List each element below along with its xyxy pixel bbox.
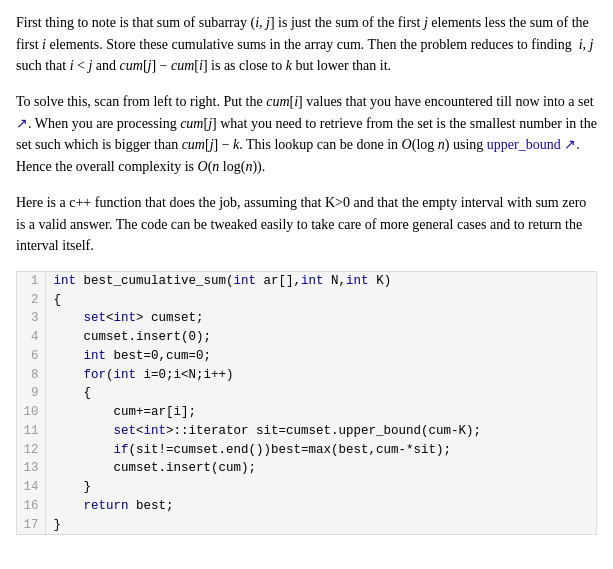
token-kw: int [114, 311, 137, 325]
line-content: if(sit!=cumset.end())best=max(best,cum-*… [45, 441, 596, 460]
token-kw: int [144, 424, 167, 438]
var-O: O [402, 137, 412, 152]
line-content: int best=0,cum=0; [45, 347, 596, 366]
line-number: 3 [17, 309, 45, 328]
var-n2: n [212, 159, 219, 174]
code-row: 11 set<int>::iterator sit=cumset.upper_b… [17, 422, 596, 441]
line-content: set<int> cumset; [45, 309, 596, 328]
line-content: cumset.insert(0); [45, 328, 596, 347]
token-kw: int [301, 274, 324, 288]
var-j5: j [210, 137, 214, 152]
code-row: 2{ [17, 291, 596, 310]
var-cum4: cum [180, 116, 203, 131]
paragraph-1: First thing to note is that sum of subar… [16, 12, 597, 77]
paragraph-2: To solve this, scan from left to right. … [16, 91, 597, 178]
var-cum3: cum [266, 94, 289, 109]
code-row: 16 return best; [17, 497, 596, 516]
upper-bound-ext-link[interactable]: ↗ [564, 137, 576, 152]
line-content: return best; [45, 497, 596, 516]
line-number: 14 [17, 478, 45, 497]
para1-text: First thing to note is that sum of subar… [16, 12, 597, 77]
token-kw: int [234, 274, 257, 288]
line-number: 6 [17, 347, 45, 366]
var-j3: j [148, 58, 152, 73]
line-content: int best_cumulative_sum(int ar[],int N,i… [45, 272, 596, 291]
line-number: 2 [17, 291, 45, 310]
set-link[interactable]: ↗ [16, 116, 28, 131]
code-row: 3 set<int> cumset; [17, 309, 596, 328]
var-i2: i [42, 37, 46, 52]
line-content: cum+=ar[i]; [45, 403, 596, 422]
code-row: 13 cumset.insert(cum); [17, 459, 596, 478]
var-n3: n [245, 159, 252, 174]
code-block: 1int best_cumulative_sum(int ar[],int N,… [16, 271, 597, 536]
line-content: } [45, 478, 596, 497]
var-ij: i, j [579, 37, 594, 52]
code-row: 17} [17, 516, 596, 535]
line-number: 16 [17, 497, 45, 516]
line-number: 9 [17, 384, 45, 403]
line-number: 17 [17, 516, 45, 535]
var-j2: j [88, 58, 92, 73]
code-row: 14 } [17, 478, 596, 497]
var-k2: k [233, 137, 239, 152]
line-number: 12 [17, 441, 45, 460]
line-number: 11 [17, 422, 45, 441]
para3-text: Here is a c++ function that does the job… [16, 192, 597, 257]
var-cum5: cum [182, 137, 205, 152]
line-content: { [45, 384, 596, 403]
code-row: 8 for(int i=0;i<N;i++) [17, 366, 596, 385]
code-row: 6 int best=0,cum=0; [17, 347, 596, 366]
token-kw: return [84, 499, 129, 513]
line-content: } [45, 516, 596, 535]
code-row: 10 cum+=ar[i]; [17, 403, 596, 422]
code-row: 4 cumset.insert(0); [17, 328, 596, 347]
var-i4: i [199, 58, 203, 73]
code-row: 9 { [17, 384, 596, 403]
token-kw: if [114, 443, 129, 457]
para2-text: To solve this, scan from left to right. … [16, 91, 597, 178]
var-cum2: cum [171, 58, 194, 73]
token-kw: int [84, 349, 107, 363]
line-content: for(int i=0;i<N;i++) [45, 366, 596, 385]
line-content: set<int>::iterator sit=cumset.upper_boun… [45, 422, 596, 441]
line-number: 13 [17, 459, 45, 478]
var-j4: j [208, 116, 212, 131]
line-number: 1 [17, 272, 45, 291]
var-O2: O [198, 159, 208, 174]
line-number: 8 [17, 366, 45, 385]
var-cum1: cum [120, 58, 143, 73]
var-i: i, j [255, 15, 270, 30]
token-kw: int [54, 274, 77, 288]
var-n: n [438, 137, 445, 152]
token-kw: int [114, 368, 137, 382]
line-number: 10 [17, 403, 45, 422]
var-i3: i [70, 58, 74, 73]
paragraph-3: Here is a c++ function that does the job… [16, 192, 597, 257]
code-table: 1int best_cumulative_sum(int ar[],int N,… [17, 272, 596, 535]
token-kw: set [114, 424, 137, 438]
token-kw: int [346, 274, 369, 288]
var-j: j [424, 15, 428, 30]
token-kw: for [84, 368, 107, 382]
code-row: 12 if(sit!=cumset.end())best=max(best,cu… [17, 441, 596, 460]
line-number: 4 [17, 328, 45, 347]
upper-bound-link[interactable]: upper_bound [487, 137, 561, 152]
token-kw: set [84, 311, 107, 325]
var-k: k [286, 58, 292, 73]
line-content: { [45, 291, 596, 310]
code-row: 1int best_cumulative_sum(int ar[],int N,… [17, 272, 596, 291]
line-content: cumset.insert(cum); [45, 459, 596, 478]
var-i5: i [294, 94, 298, 109]
